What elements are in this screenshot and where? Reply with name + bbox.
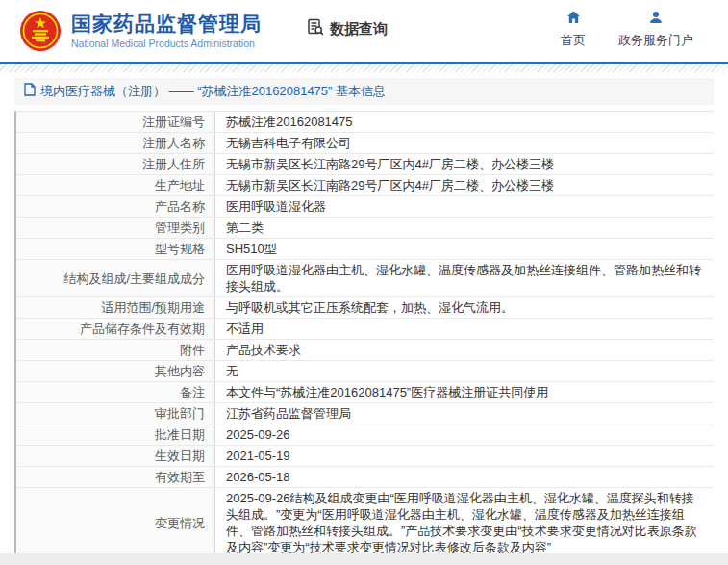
- row-value: 无: [215, 361, 714, 381]
- row-label: 管理类别: [16, 218, 215, 238]
- row-label: 产品名称: [16, 196, 215, 217]
- row-label: 适用范围/预期用途: [16, 297, 215, 318]
- row-value: 2025-09-26结构及组成变更由“医用呼吸道湿化器由主机、湿化水罐、温度探头…: [215, 488, 714, 557]
- row-label: 其他内容: [16, 361, 215, 381]
- row-label: 结构及组成/主要组成成分: [16, 260, 215, 296]
- row-label: 注册人名称: [16, 133, 215, 153]
- row-value: 2026-05-18: [215, 467, 714, 487]
- hatch-decoration: [0, 64, 728, 72]
- row-label-text: 注册证编号: [142, 114, 205, 130]
- row-label: 注册人住所: [16, 154, 215, 174]
- row-label: 备注: [16, 382, 215, 402]
- table-row: 适用范围/预期用途 与呼吸机或其它正压系统配套，加热、湿化气流用。: [16, 297, 714, 319]
- row-label-text: 其他内容: [155, 363, 205, 379]
- row-value: 2025-09-26: [215, 424, 714, 445]
- table-row: 生产地址 无锡市新吴区长江南路29号厂区内4#厂房二楼、办公楼三楼: [16, 175, 714, 196]
- row-value: 与呼吸机或其它正压系统配套，加热、湿化气流用。: [215, 297, 714, 318]
- page-header: 国家药品监督管理局 National Medical Products Admi…: [0, 0, 728, 62]
- row-label-text: 注册人住所: [142, 156, 205, 172]
- info-table-body: 注册证编号 苏械注准20162081475 注册人名称 无锡吉科电子有限公司: [16, 112, 714, 565]
- row-label-text: 产品储存条件及有效期: [80, 321, 205, 337]
- org-name-en: National Medical Products Administration: [71, 38, 262, 49]
- row-label: 变更情况: [16, 488, 215, 557]
- row-label: 生产地址: [16, 175, 215, 195]
- row-label: 型号规格: [16, 239, 215, 259]
- row-value: 医用呼吸道湿化器: [215, 196, 714, 217]
- top-nav: 首页 政务服务门户: [561, 11, 693, 49]
- row-label: 注册证编号: [16, 112, 215, 132]
- nav-portal-label: 政务服务门户: [618, 32, 693, 49]
- row-value: 产品技术要求: [215, 340, 714, 360]
- national-emblem-icon: [19, 10, 62, 52]
- data-query-label: 数据查询: [330, 20, 388, 39]
- row-label: 产品储存条件及有效期: [16, 319, 215, 339]
- table-row: 注册人名称 无锡吉科电子有限公司: [16, 133, 714, 154]
- row-value: 苏械注准20162081475: [215, 112, 714, 132]
- row-label: 批准日期: [16, 424, 215, 445]
- row-label-text: 结构及组成/主要组成成分: [63, 270, 205, 287]
- table-row: 型号规格 SH510型: [16, 239, 714, 260]
- table-row: 附件 产品技术要求: [16, 340, 714, 361]
- row-label-text: 变更情况: [155, 515, 205, 531]
- org-name-cn: 国家药品监督管理局: [71, 13, 262, 36]
- breadcrumb-text: 境内医疗器械（注册） —— “苏械注准20162081475” 基本信息: [40, 83, 386, 100]
- org-title-block: 国家药品监督管理局 National Medical Products Admi…: [71, 13, 262, 49]
- breadcrumb: 境内医疗器械（注册） —— “苏械注准20162081475” 基本信息: [14, 78, 714, 105]
- user-icon: [649, 11, 663, 28]
- table-row: 产品储存条件及有效期 不适用: [16, 319, 714, 340]
- row-label-text: 附件: [180, 342, 205, 358]
- table-row: 变更情况 2025-09-26结构及组成变更由“医用呼吸道湿化器由主机、湿化水罐…: [16, 488, 714, 558]
- row-label-text: 产品名称: [155, 198, 205, 215]
- row-value: 无锡吉科电子有限公司: [215, 133, 714, 153]
- row-label-text: 型号规格: [155, 241, 205, 257]
- row-value: 无锡市新吴区长江南路29号厂区内4#厂房二楼、办公楼三楼: [215, 175, 714, 195]
- nav-home-label: 首页: [561, 32, 586, 49]
- row-value: 无锡市新吴区长江南路29号厂区内4#厂房二楼、办公楼三楼: [215, 154, 714, 174]
- row-value: SH510型: [215, 239, 714, 259]
- footer-strip: [0, 553, 728, 565]
- table-row: 注册人住所 无锡市新吴区长江南路29号厂区内4#厂房二楼、办公楼三楼: [16, 154, 714, 175]
- row-value: 医用呼吸道湿化器由主机、湿化水罐、温度传感器及加热丝连接组件、管路加热丝和转接头…: [215, 260, 714, 296]
- row-label-text: 管理类别: [155, 219, 205, 236]
- row-label-text: 批准日期: [155, 426, 205, 443]
- data-query-nav[interactable]: 数据查询: [306, 17, 388, 40]
- table-row: 结构及组成/主要组成成分 医用呼吸道湿化器由主机、湿化水罐、温度传感器及加热丝连…: [16, 260, 714, 297]
- row-label-text: 生产地址: [155, 177, 205, 193]
- row-label-text: 注册人名称: [142, 135, 205, 151]
- table-row: 注册证编号 苏械注准20162081475: [16, 112, 714, 133]
- table-row: 生效日期 2021-05-19: [16, 446, 714, 467]
- home-icon: [566, 11, 581, 28]
- table-row: 有效期至 2026-05-18: [16, 467, 714, 488]
- table-row: 产品名称 医用呼吸道湿化器: [16, 196, 714, 218]
- nav-home[interactable]: 首页: [561, 11, 586, 49]
- row-label-text: 备注: [180, 384, 205, 400]
- nav-portal[interactable]: 政务服务门户: [618, 11, 693, 49]
- info-table: 注册证编号 苏械注准20162081475 注册人名称 无锡吉科电子有限公司: [14, 111, 714, 565]
- row-label: 审批部门: [16, 403, 215, 424]
- row-label: 附件: [16, 340, 215, 360]
- row-value: 本文件与“苏械注准20162081475”医疗器械注册证共同使用: [215, 382, 714, 402]
- row-label-text: 有效期至: [155, 469, 205, 485]
- table-row: 管理类别 第二类: [16, 218, 714, 239]
- document-search-icon: [306, 17, 325, 40]
- row-value: 江苏省药品监督管理局: [215, 403, 714, 424]
- table-row: 备注 本文件与“苏械注准20162081475”医疗器械注册证共同使用: [16, 382, 714, 403]
- page-doc-icon: [24, 83, 36, 100]
- row-label-text: 审批部门: [155, 405, 205, 422]
- row-value: 不适用: [215, 319, 714, 339]
- table-row: 审批部门 江苏省药品监督管理局: [16, 403, 714, 424]
- row-label: 有效期至: [16, 467, 215, 487]
- row-label-text: 适用范围/预期用途: [101, 299, 205, 316]
- table-row: 其他内容 无: [16, 361, 714, 382]
- row-value: 第二类: [215, 218, 714, 238]
- row-label: 生效日期: [16, 446, 215, 466]
- row-label-text: 生效日期: [155, 448, 205, 464]
- row-value: 2021-05-19: [215, 446, 714, 466]
- table-row: 批准日期 2025-09-26: [16, 424, 714, 446]
